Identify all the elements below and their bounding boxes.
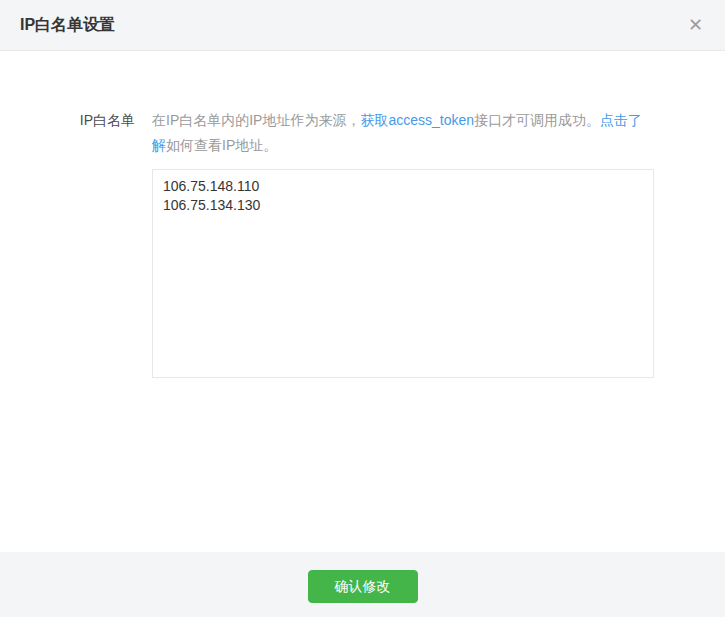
description-text-1: 在IP白名单内的IP地址作为来源， (152, 112, 360, 128)
ip-whitelist-dialog: IP白名单设置 ✕ IP白名单 在IP白名单内的IP地址作为来源，获取acces… (0, 0, 725, 617)
whitelist-label: IP白名单 (0, 108, 135, 378)
description-text-3: 如何查看IP地址。 (166, 137, 277, 153)
get-access-token-link[interactable]: 获取access_token (360, 112, 474, 128)
close-icon[interactable]: ✕ (686, 14, 705, 36)
dialog-footer: 确认修改 (0, 552, 725, 617)
whitelist-form-content: 在IP白名单内的IP地址作为来源，获取access_token接口才可调用成功。… (152, 108, 654, 378)
confirm-modify-button[interactable]: 确认修改 (308, 570, 418, 603)
dialog-header: IP白名单设置 ✕ (0, 0, 725, 51)
dialog-body: IP白名单 在IP白名单内的IP地址作为来源，获取access_token接口才… (0, 51, 725, 552)
whitelist-form-row: IP白名单 在IP白名单内的IP地址作为来源，获取access_token接口才… (0, 51, 725, 378)
description-text-2: 接口才可调用成功。 (474, 112, 600, 128)
ip-whitelist-textarea[interactable]: 106.75.148.110 106.75.134.130 (152, 169, 654, 378)
dialog-title: IP白名单设置 (20, 15, 115, 36)
whitelist-description: 在IP白名单内的IP地址作为来源，获取access_token接口才可调用成功。… (152, 108, 654, 158)
